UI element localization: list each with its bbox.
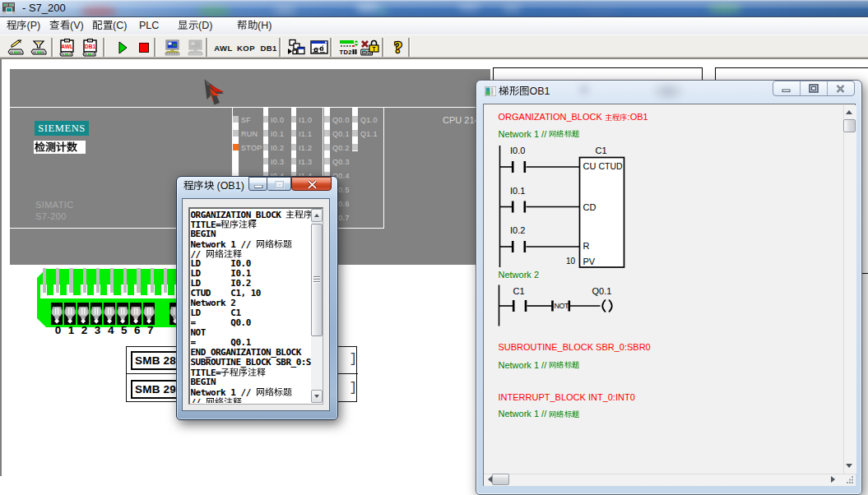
db1-view-button[interactable]: DB1 xyxy=(258,38,280,58)
ladder-pv-value: 10 xyxy=(566,257,575,266)
led-square xyxy=(291,158,297,164)
menu-item-plc[interactable]: PLC xyxy=(139,20,159,31)
upload-program-button[interactable] xyxy=(29,38,50,58)
ladder-vscroll-up-button[interactable] xyxy=(843,105,856,118)
resize-grip[interactable] xyxy=(847,476,854,483)
stl-minimize-button[interactable] xyxy=(248,177,268,191)
bulb-icon xyxy=(51,303,63,325)
led-label-i1-1: I1.1 xyxy=(299,131,312,138)
awl-block-button[interactable]: AWL xyxy=(57,38,78,58)
stl-code[interactable]: ORGANIZATION_BLOCK :OB1TITLE=BEGINNetwor… xyxy=(191,209,311,404)
stl-scroll-thumb[interactable] xyxy=(311,224,323,336)
menu-item-d[interactable]: (D) xyxy=(178,20,212,31)
monitor-on-button[interactable] xyxy=(161,38,183,58)
bulb-lamp[interactable] xyxy=(143,303,155,325)
status-chart-button[interactable] xyxy=(309,38,330,58)
ladder-hscrollbar[interactable] xyxy=(484,474,856,486)
switch-lever[interactable] xyxy=(43,268,46,293)
switch-lever[interactable] xyxy=(110,268,114,293)
run-button[interactable] xyxy=(112,38,133,58)
stop-icon xyxy=(137,40,151,55)
ladder-hscroll-right-button[interactable] xyxy=(827,474,839,486)
bulb-lamp[interactable] xyxy=(51,303,63,325)
stl-line-19: // xyxy=(191,397,311,403)
ladder-vscrollbar[interactable] xyxy=(843,105,856,474)
stl-scroll-up-button[interactable] xyxy=(311,209,323,222)
switch-digit-2: 2 xyxy=(78,324,91,336)
led-square xyxy=(233,144,239,150)
menu-item-h[interactable]: (H) xyxy=(237,20,272,31)
bulb-icon xyxy=(91,303,102,325)
help-icon: ? ? xyxy=(391,39,406,57)
bulb-lamp[interactable] xyxy=(117,303,128,325)
smb29-bracket: ] xyxy=(350,381,358,396)
play-icon xyxy=(115,40,130,55)
switch-digit-row: 01234567 xyxy=(37,324,176,337)
bulb-lamp[interactable] xyxy=(104,303,115,325)
ladder-pin-pv: PV xyxy=(583,257,596,266)
monitor-off-icon xyxy=(186,39,205,57)
stop-button[interactable] xyxy=(133,38,155,58)
ladder-hscroll-thumb[interactable] xyxy=(492,474,509,485)
menu-item-v[interactable]: (V) xyxy=(49,20,84,31)
awl-view-button[interactable]: AWL xyxy=(213,38,234,58)
ladder-maximize-button[interactable] xyxy=(801,81,828,95)
stl-scroll-down-button[interactable] xyxy=(311,390,323,403)
switch-lever[interactable] xyxy=(164,268,167,293)
toolbar-separator xyxy=(279,38,281,57)
app-titlebar[interactable]: - S7_200 xyxy=(0,0,868,16)
cascade-windows-button[interactable] xyxy=(286,38,308,58)
bulb-icon xyxy=(117,303,128,325)
stl-line-2: BEGIN xyxy=(191,229,311,239)
td200-button[interactable]: TD2 xyxy=(338,38,360,58)
smb29-box: SMB 29 xyxy=(131,380,183,399)
stl-line-9: Network 2 xyxy=(191,298,311,308)
led-square xyxy=(352,116,358,123)
stl-close-button[interactable] xyxy=(291,177,332,191)
svg-text:TD2: TD2 xyxy=(339,49,351,56)
monitor-off-button[interactable] xyxy=(184,38,206,58)
lock-button[interactable]: T xyxy=(360,38,381,58)
switch-lever[interactable] xyxy=(151,268,154,293)
menu-item-p[interactable]: (P) xyxy=(7,20,41,31)
help-button[interactable]: ? ? xyxy=(388,38,409,58)
ladder-vscroll-down-button[interactable] xyxy=(843,460,856,473)
switch-lever[interactable] xyxy=(137,268,140,293)
switch-lever[interactable] xyxy=(56,268,59,293)
bulb-icon xyxy=(77,303,89,325)
simatic-label: SIMATIC xyxy=(35,200,74,210)
ladder-vscroll-thumb[interactable] xyxy=(843,119,856,132)
ladder-not-label: NOT xyxy=(555,302,569,310)
stl-maximize-button[interactable] xyxy=(267,177,291,191)
edit-program-button[interactable] xyxy=(6,38,27,58)
toolbar-separator xyxy=(408,38,411,57)
stl-line-15: SUBROUTINE_BLOCK SBR_0:SBR0 xyxy=(191,358,311,368)
bulb-lamp[interactable] xyxy=(77,303,89,325)
svg-text:AWL: AWL xyxy=(61,44,73,49)
switch-lever[interactable] xyxy=(83,268,86,293)
bulb-lamp[interactable] xyxy=(130,303,142,325)
ladder-titlebar-smudge xyxy=(650,81,686,102)
ladder-minimize-button[interactable] xyxy=(773,81,801,95)
toolbar-separator xyxy=(154,38,156,57)
win-chart-icon xyxy=(309,39,329,57)
led-label-q0-2: Q0.2 xyxy=(332,145,350,152)
switch-lever[interactable] xyxy=(69,268,72,293)
db1-block-button[interactable]: DB1 xyxy=(80,38,101,58)
plc-edit-icon xyxy=(7,39,26,57)
led-square xyxy=(291,144,297,150)
bulb-icon xyxy=(143,303,155,325)
switch-digit-7: 7 xyxy=(144,324,157,336)
led-label-i0-1: I0.1 xyxy=(271,131,284,138)
svg-text:T: T xyxy=(373,46,376,52)
kop-view-button[interactable]: KOP xyxy=(235,38,257,58)
switch-lever[interactable] xyxy=(123,268,127,293)
bulb-lamp[interactable] xyxy=(64,303,76,325)
panel-app-label xyxy=(34,141,86,154)
switch-digit-0: 0 xyxy=(51,324,64,336)
switch-slot-bar xyxy=(168,285,174,295)
bulb-lamp[interactable] xyxy=(91,303,102,325)
switch-lever[interactable] xyxy=(96,268,100,293)
ladder-close-button[interactable] xyxy=(828,81,854,95)
menu-item-c[interactable]: (C) xyxy=(92,20,127,31)
